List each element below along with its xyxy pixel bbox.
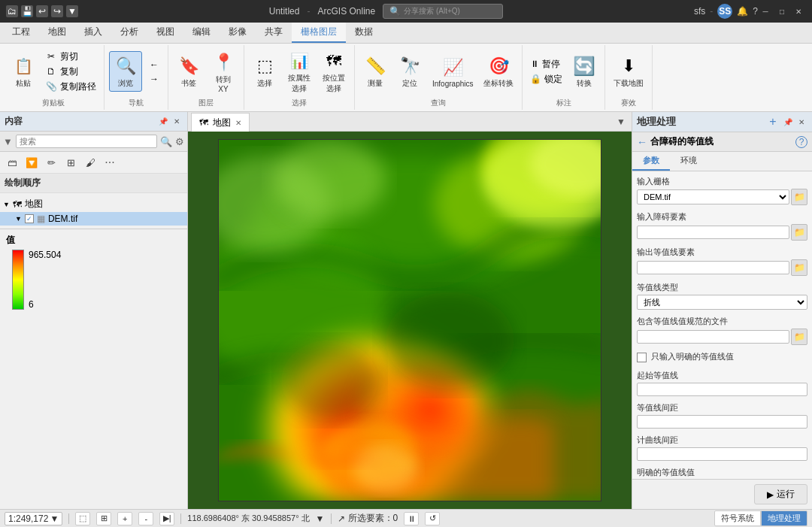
tab-影像[interactable]: 影像: [220, 23, 256, 43]
tab-地图[interactable]: 地图: [39, 23, 75, 43]
locate-button[interactable]: 🔭 定位: [394, 52, 426, 91]
gp-close-btn[interactable]: ✕: [795, 116, 807, 128]
browse-button[interactable]: 🔍 浏览: [109, 51, 142, 92]
user-avatar[interactable]: SS: [717, 4, 732, 19]
tab-分析[interactable]: 分析: [111, 23, 147, 43]
panel-pin-button[interactable]: 📌: [157, 116, 169, 128]
tab-插入[interactable]: 插入: [75, 23, 111, 43]
tab-共享[interactable]: 共享: [256, 23, 292, 43]
gp-tab-params[interactable]: 参数: [632, 152, 670, 171]
lock-button[interactable]: 🔒 锁定: [527, 72, 565, 86]
tb-grid-btn[interactable]: ⊞: [62, 154, 80, 171]
explicit-only-checkbox[interactable]: [637, 353, 647, 362]
download-label: 赛效: [621, 96, 636, 108]
interval-input[interactable]: 10: [637, 415, 807, 429]
tb-filter-btn[interactable]: 🔽: [23, 154, 41, 171]
forward-button[interactable]: →: [145, 72, 163, 86]
scale-control[interactable]: 1:249,172 ▼: [5, 512, 62, 525]
refresh-btn[interactable]: ↺: [425, 512, 440, 525]
tb-paint-btn[interactable]: 🖌: [81, 154, 99, 171]
explicit-values-field: 明确的等值线值: [637, 467, 807, 479]
tb-edit-btn[interactable]: ✏: [42, 154, 60, 171]
infographics-button[interactable]: 📈 Infographics: [429, 53, 477, 90]
nav-zoom-in-btn[interactable]: +: [117, 512, 132, 525]
nav-grid-btn[interactable]: ⊞: [96, 512, 111, 525]
barrier-input[interactable]: [637, 226, 789, 239]
map-tab[interactable]: 🗺 地图 ✕: [191, 113, 250, 132]
gp-back-button[interactable]: ←: [637, 136, 647, 148]
pause-status-btn[interactable]: ⏸: [404, 512, 419, 525]
nav-prev-btn[interactable]: ⬚: [75, 512, 90, 525]
minimize-button[interactable]: ─: [758, 5, 773, 17]
tab-视图[interactable]: 视图: [147, 23, 183, 43]
tb-table-btn[interactable]: 🗃: [3, 154, 21, 171]
close-button[interactable]: ✕: [791, 5, 806, 17]
start-contour-input[interactable]: 0: [637, 383, 807, 396]
ribbon-group-download: ⬇ 下载地图 赛效: [605, 45, 653, 110]
run-button[interactable]: ▶ 运行: [754, 484, 807, 504]
contour-file-folder-btn[interactable]: 📁: [791, 329, 807, 345]
loc-select-button[interactable]: 🗺 按位置选择: [318, 47, 350, 96]
measure-button[interactable]: 📏 测量: [359, 52, 391, 91]
goto-button[interactable]: 📍 转到XY: [208, 48, 239, 95]
map-tab-dropdown[interactable]: ▼: [614, 117, 629, 127]
search-btn-icon[interactable]: 🔍: [160, 136, 172, 147]
input-raster-select[interactable]: DEM.tif: [637, 189, 789, 204]
map-group-header[interactable]: ▼ 🗺 地图: [0, 196, 187, 212]
search-input[interactable]: [16, 135, 157, 148]
bell-icon[interactable]: 🔔: [737, 6, 748, 17]
app-icon-dropdown[interactable]: ▼: [66, 5, 78, 17]
coord-convert-button[interactable]: 🎯 坐标转换: [480, 52, 517, 91]
bookmark-button[interactable]: 🔖 书签: [173, 52, 205, 91]
input-raster-folder-btn[interactable]: 📁: [791, 189, 807, 205]
copy-button[interactable]: 🗋复制: [42, 65, 99, 79]
help-icon[interactable]: ?: [753, 6, 758, 17]
gp-tab-env[interactable]: 环境: [670, 152, 707, 171]
ribbon-group-select: ⬚ 选择 📊 按属性选择 🗺 按位置选择 选择: [244, 45, 355, 110]
dem-layer-item[interactable]: ▼ ✓ ▦ DEM.tif: [0, 212, 187, 226]
nav-next-btn[interactable]: ▶|: [159, 512, 174, 525]
output-input[interactable]: DEM_ContourWithBarriers: [637, 261, 789, 274]
pause-button[interactable]: ⏸ 暂停: [527, 57, 565, 71]
tab-工程[interactable]: 工程: [3, 23, 39, 43]
convert-button[interactable]: 🔄 转换: [568, 52, 600, 91]
nav-zoom-out-btn[interactable]: -: [138, 512, 153, 525]
app-icon-2[interactable]: 💾: [21, 5, 33, 17]
tb-more-btn[interactable]: ···: [101, 154, 119, 171]
back-button[interactable]: ←: [145, 58, 163, 71]
base-contour-input[interactable]: 50: [637, 447, 807, 461]
status-tab-geoprocessing[interactable]: 地理处理: [761, 510, 807, 526]
copypath-button[interactable]: 📎复制路径: [42, 80, 99, 94]
cut-button[interactable]: ✂剪切: [42, 50, 99, 64]
attr-select-button[interactable]: 📊 按属性选择: [283, 47, 315, 96]
tab-数据[interactable]: 数据: [346, 23, 382, 43]
locate-icon: 🔭: [398, 54, 422, 78]
paste-button[interactable]: 📋 粘贴: [8, 52, 39, 91]
select-button[interactable]: ⬚ 选择: [249, 52, 280, 91]
app-icon-3[interactable]: ↩: [36, 5, 48, 17]
gp-add-btn[interactable]: +: [765, 116, 780, 128]
output-field: 输出等值线要素 DEM_ContourWithBarriers 📁: [637, 247, 807, 276]
contour-file-input[interactable]: [637, 330, 789, 344]
search-options-icon[interactable]: ⚙: [175, 136, 184, 147]
forward-icon: →: [148, 73, 160, 85]
dem-checkbox[interactable]: ✓: [25, 214, 34, 223]
status-tab-symbols[interactable]: 符号系统: [714, 510, 761, 526]
contour-type-select[interactable]: 折线 多边形: [637, 295, 807, 310]
gp-help-button[interactable]: ?: [795, 136, 807, 148]
map-view[interactable]: [188, 132, 632, 509]
tab-编辑[interactable]: 编辑: [183, 23, 220, 43]
map-tab-close[interactable]: ✕: [235, 119, 241, 127]
gp-pin-btn[interactable]: 📌: [782, 116, 794, 128]
barrier-folder-btn[interactable]: 📁: [791, 224, 807, 241]
app-icons: 🗂 💾 ↩ ↪ ▼: [6, 5, 78, 17]
explicit-only-row: 只输入明确的等值线值: [637, 351, 807, 364]
maximize-button[interactable]: □: [774, 5, 789, 17]
output-folder-btn[interactable]: 📁: [791, 259, 807, 276]
app-icon-4[interactable]: ↪: [51, 5, 63, 17]
title-search[interactable]: 🔍 分享搜索 (Alt+Q): [383, 4, 503, 19]
app-icon-1[interactable]: 🗂: [6, 5, 18, 17]
download-map-button[interactable]: ⬇ 下载地图: [610, 52, 647, 91]
panel-close-button[interactable]: ✕: [171, 116, 183, 128]
tab-栅格图层[interactable]: 栅格图层: [292, 23, 346, 43]
